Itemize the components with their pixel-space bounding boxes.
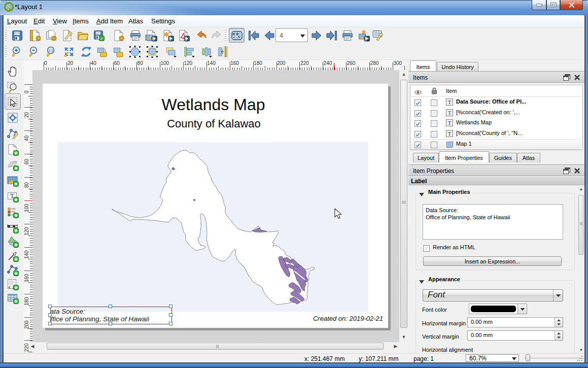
svg-text:1:1: 1:1 (48, 49, 53, 52)
svg-text:T: T (448, 130, 452, 137)
svg-text:T: T (448, 110, 452, 116)
svg-text:T: T (448, 120, 452, 126)
svg-text:T: T (448, 99, 452, 105)
